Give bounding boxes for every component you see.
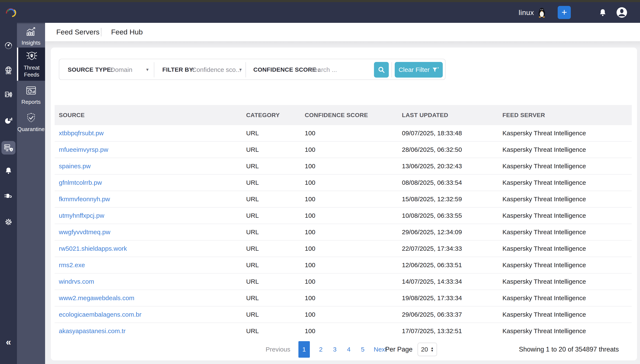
add-button[interactable]: + bbox=[558, 6, 571, 19]
cell-source: gfnlmtcolrrb.pw bbox=[55, 179, 242, 186]
column-header-feed-server: FEED SERVER bbox=[498, 112, 632, 118]
page-button-4[interactable]: 4 bbox=[346, 346, 352, 353]
cell-source: fkmmvfeonnyh.pw bbox=[55, 196, 242, 203]
cell-updated: 19/08/2025, 17:33:34 bbox=[398, 294, 498, 302]
column-header-last-updated: LAST UPDATED bbox=[398, 112, 498, 118]
cell-updated: 15/08/2025, 12:32:59 bbox=[398, 196, 498, 203]
sidebar-item-threat-feeds[interactable]: Threat Feeds bbox=[17, 48, 45, 81]
cell-server: Kaspersky Threat Intelligence bbox=[498, 179, 632, 186]
table-row: www2.megawebdeals.comURL10019/08/2025, 1… bbox=[55, 290, 632, 306]
cell-server: Kaspersky Threat Intelligence bbox=[498, 311, 632, 318]
tab-feed-servers[interactable]: Feed Servers bbox=[56, 23, 99, 41]
cell-server: Kaspersky Threat Intelligence bbox=[498, 162, 632, 170]
source-link[interactable]: utmyhnffxpcj.pw bbox=[59, 212, 104, 219]
clear-filter-button[interactable]: Clear Filter x bbox=[395, 62, 443, 78]
cell-category: URL bbox=[242, 311, 301, 318]
asset-tree-icon[interactable] bbox=[0, 90, 17, 102]
source-link[interactable]: rw5021.shieldapps.work bbox=[59, 245, 127, 252]
table-row: fkmmvfeonnyh.pwURL10015/08/2025, 12:32:5… bbox=[55, 191, 632, 208]
alerts-bell-icon[interactable] bbox=[0, 165, 17, 176]
svg-text:DNS: DNS bbox=[6, 72, 11, 75]
threats-table: SOURCE CATEGORY CONFIDENCE SCORE LAST UP… bbox=[55, 105, 632, 340]
integrations-plug-icon[interactable] bbox=[0, 190, 17, 202]
cell-source: rms2.exe bbox=[55, 262, 242, 269]
source-link[interactable]: xtbbpqfrsubt.pw bbox=[59, 130, 104, 136]
previous-page-button[interactable]: Previous bbox=[266, 346, 290, 353]
threat-server-shield-icon[interactable]: ! bbox=[2, 141, 16, 154]
dashboard-gauge-icon[interactable] bbox=[0, 38, 17, 50]
cell-server: Kaspersky Threat Intelligence bbox=[498, 328, 632, 334]
source-link[interactable]: spaines.pw bbox=[59, 162, 91, 170]
svg-text:!: ! bbox=[11, 148, 12, 151]
sidebar-item-label: Quarantine bbox=[17, 126, 45, 133]
confidence-search-input[interactable] bbox=[309, 66, 367, 74]
sidebar-item-reports[interactable]: Reports bbox=[17, 83, 45, 106]
dns-globe-icon[interactable]: DNS bbox=[0, 64, 17, 76]
cell-score: 100 bbox=[301, 294, 398, 302]
filter-by-dropdown[interactable]: Confidence sco... bbox=[192, 66, 241, 73]
tab-feed-hub[interactable]: Feed Hub bbox=[111, 23, 143, 41]
table-row: spaines.pwURL10013/06/2025, 20:32:43Kasp… bbox=[55, 158, 632, 174]
top-navbar: linux + bbox=[0, 2, 640, 23]
source-link[interactable]: fkmmvfeonnyh.pw bbox=[59, 196, 110, 202]
cell-source: rw5021.shieldapps.work bbox=[55, 245, 242, 252]
table-row: gfnlmtcolrrb.pwURL10008/08/2025, 06:33:5… bbox=[55, 174, 632, 191]
per-page-control: Per Page 20 ▲▼ bbox=[385, 338, 437, 360]
chevron-down-icon[interactable]: ▼ bbox=[145, 68, 149, 72]
table-row: rms2.exeURL10012/06/2025, 06:33:51Kasper… bbox=[55, 257, 632, 274]
svg-text:x: x bbox=[438, 66, 439, 69]
stepper-arrows-icon: ▲▼ bbox=[431, 347, 434, 352]
page-button-2[interactable]: 2 bbox=[318, 346, 324, 353]
pie-report-icon[interactable] bbox=[0, 114, 17, 126]
cell-server: Kaspersky Threat Intelligence bbox=[498, 294, 632, 302]
cell-source: xtbbpqfrsubt.pw bbox=[55, 130, 242, 137]
cell-category: URL bbox=[242, 328, 301, 334]
source-type-dropdown[interactable]: Domain bbox=[110, 66, 132, 73]
source-link[interactable]: gfnlmtcolrrb.pw bbox=[59, 179, 102, 186]
main-content: Feed Servers Feed Hub SOURCE TYPE: Domai… bbox=[45, 23, 640, 364]
source-link[interactable]: akasyapastanesi.com.tr bbox=[59, 328, 125, 334]
per-page-select[interactable]: 20 ▲▼ bbox=[417, 343, 437, 356]
screen-top-strip bbox=[0, 0, 640, 2]
table-header: SOURCE CATEGORY CONFIDENCE SCORE LAST UP… bbox=[55, 105, 632, 125]
tabbar-shadow-band bbox=[45, 41, 640, 48]
source-link[interactable]: www2.megawebdeals.com bbox=[59, 294, 134, 302]
table-row: akasyapastanesi.com.trURL10017/07/2025, … bbox=[55, 323, 632, 340]
table-row: mfueeimvyrsp.pwURL10028/06/2025, 06:32:5… bbox=[55, 142, 632, 158]
cell-source: ecologicaembalagens.com.br bbox=[55, 311, 242, 318]
filter-divider bbox=[246, 62, 246, 77]
source-link[interactable]: rms2.exe bbox=[59, 262, 85, 268]
filter-x-icon: x bbox=[432, 66, 439, 73]
feed-hub-panel: SOURCE TYPE: Domain ▼ FILTER BY: Confide… bbox=[51, 48, 637, 360]
navbar-right-cluster: linux + bbox=[519, 2, 627, 23]
user-avatar-icon[interactable] bbox=[616, 7, 627, 18]
cell-score: 100 bbox=[301, 328, 398, 334]
hostname-label: linux bbox=[519, 8, 534, 17]
settings-gear-icon[interactable] bbox=[0, 216, 17, 228]
sidebar-item-insights[interactable]: Insights bbox=[17, 24, 45, 47]
cell-category: URL bbox=[242, 162, 301, 170]
notifications-bell-icon[interactable] bbox=[598, 7, 608, 18]
chevron-down-icon[interactable]: ▼ bbox=[239, 68, 243, 72]
page-button-3[interactable]: 3 bbox=[332, 346, 338, 353]
cell-updated: 28/06/2025, 06:32:50 bbox=[398, 146, 498, 153]
source-link[interactable]: windrvs.com bbox=[59, 278, 94, 285]
sidebar-item-quarantine[interactable]: Quarantine bbox=[17, 110, 45, 135]
source-link[interactable]: wwgfyvvdtmeq.pw bbox=[59, 228, 110, 236]
cell-server: Kaspersky Threat Intelligence bbox=[498, 212, 632, 219]
search-button[interactable] bbox=[374, 62, 389, 78]
cell-source: utmyhnffxpcj.pw bbox=[55, 212, 242, 219]
cell-server: Kaspersky Threat Intelligence bbox=[498, 228, 632, 236]
cell-category: URL bbox=[242, 179, 301, 186]
cell-category: URL bbox=[242, 196, 301, 203]
collapse-chevrons-icon[interactable]: « bbox=[0, 337, 17, 347]
per-page-value: 20 bbox=[421, 346, 428, 353]
cell-updated: 10/08/2025, 06:33:55 bbox=[398, 212, 498, 219]
page-button-1[interactable]: 1 bbox=[298, 341, 310, 358]
next-page-button[interactable]: Next bbox=[374, 346, 387, 353]
source-link[interactable]: ecologicaembalagens.com.br bbox=[59, 311, 141, 318]
tab-bar: Feed Servers Feed Hub bbox=[45, 23, 640, 41]
page-button-5[interactable]: 5 bbox=[360, 346, 366, 353]
threat-feeds-skull-shield-icon bbox=[26, 50, 38, 62]
source-link[interactable]: mfueeimvyrsp.pw bbox=[59, 146, 108, 153]
